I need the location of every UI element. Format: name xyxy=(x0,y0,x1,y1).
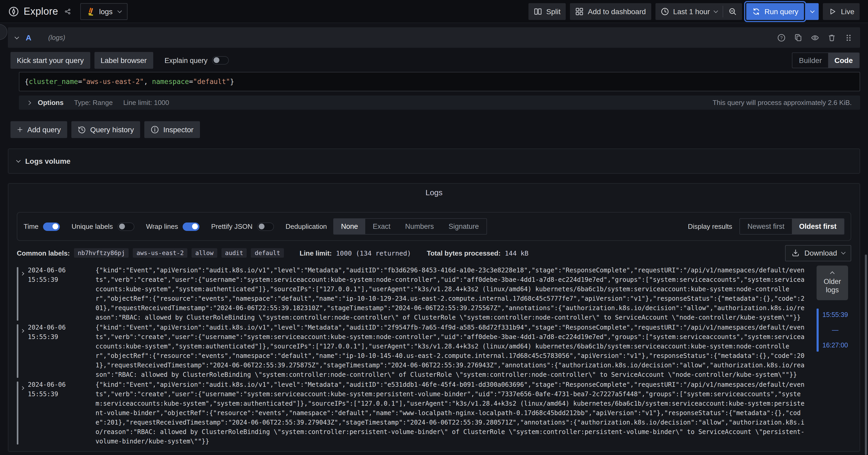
secondary-actions: Add query Query history Inspector xyxy=(8,121,860,138)
split-button[interactable]: Split xyxy=(528,3,566,20)
log-line: son":"RBAC: allowed by ClusterRoleBindin… xyxy=(95,370,811,380)
older-logs-button[interactable]: Older logs xyxy=(816,266,848,300)
wrap-lines-control: Wrap lines xyxy=(146,222,199,231)
live-button[interactable]: Live xyxy=(823,3,860,20)
share-icon[interactable] xyxy=(63,7,72,16)
expand-log-row-icon[interactable] xyxy=(19,380,28,446)
collapse-logs-volume-icon[interactable] xyxy=(16,158,21,163)
svg-text:?: ? xyxy=(780,35,782,40)
unique-labels-label: Unique labels xyxy=(72,222,113,231)
logs-volume-title: Logs volume xyxy=(25,157,70,165)
query-token: "default" xyxy=(193,78,230,86)
deduplication-options: None Exact Numbers Signature xyxy=(333,218,487,235)
add-query-label: Add query xyxy=(27,125,61,134)
builder-mode-option[interactable]: Builder xyxy=(793,53,828,68)
info-circle-icon xyxy=(151,125,159,134)
query-code-editor[interactable]: {cluster_name="aws-us-east-2", namespace… xyxy=(19,72,860,91)
log-line: ccounts:kube-system","system:authenticat… xyxy=(95,342,811,351)
log-line: ts","verb":"create","user":{"username":"… xyxy=(95,389,811,399)
query-token: "aws-us-east-2" xyxy=(82,78,144,86)
code-mode-option[interactable]: Code xyxy=(828,53,859,68)
time-toggle[interactable] xyxy=(43,222,60,231)
query-history-button[interactable]: Query history xyxy=(71,121,141,138)
download-button[interactable]: Download xyxy=(785,245,851,261)
explain-query-toggle[interactable] xyxy=(212,56,229,65)
duplicate-query-icon[interactable] xyxy=(794,33,802,42)
common-labels-label: Common labels: xyxy=(17,249,70,257)
compass-icon xyxy=(8,6,19,17)
log-row: 2024-06-06 15:55:39 {"kind":"Event","api… xyxy=(17,380,811,446)
apps-grid-icon xyxy=(575,7,584,16)
prettify-json-toggle[interactable] xyxy=(257,222,274,231)
collapse-query-icon[interactable] xyxy=(15,35,19,39)
logs-meta-row: Common labels: nb7hvftzy86pj aws-us-east… xyxy=(17,245,851,261)
chevron-right-icon xyxy=(27,100,31,105)
expand-log-row-icon[interactable] xyxy=(19,266,28,322)
editor-mode-toggle: Builder Code xyxy=(792,53,860,68)
unique-labels-toggle[interactable] xyxy=(118,222,134,231)
time-range-picker[interactable]: Last 1 hour xyxy=(655,3,722,20)
query-ref-id: A xyxy=(26,33,31,42)
sort-newest-first[interactable]: Newest first xyxy=(740,219,792,234)
run-query-split-button: Run query xyxy=(746,3,819,20)
run-query-button[interactable]: Run query xyxy=(746,3,804,20)
label-browser-label: Label browser xyxy=(100,56,147,65)
log-line: {"kind":"Event","apiVersion":"audit.k8s.… xyxy=(95,380,811,389)
play-icon xyxy=(828,7,837,16)
add-to-dashboard-button[interactable]: Add to dashboard xyxy=(570,3,651,20)
dedup-option-none[interactable]: None xyxy=(334,219,366,234)
query-token: { xyxy=(25,78,29,86)
wrap-lines-toggle[interactable] xyxy=(183,222,200,231)
chevron-down-icon xyxy=(713,8,718,13)
explore-toolbar: Explore logs Split xyxy=(0,0,868,23)
chevron-down-icon xyxy=(810,8,814,13)
query-options-bar[interactable]: Options Type: Range Line limit: 1000 Thi… xyxy=(19,95,860,110)
remove-query-icon[interactable] xyxy=(828,33,836,42)
dedup-option-exact[interactable]: Exact xyxy=(365,219,398,234)
range-to-time: 16:27:00 xyxy=(823,342,848,349)
log-line: ccounts:kube-system","system:authenticat… xyxy=(95,284,811,294)
time-range-controls: Last 1 hour xyxy=(655,3,742,20)
log-line: o/reason":"RBAC: allowed by ClusterRoleB… xyxy=(95,427,811,437)
drag-handle-icon[interactable] xyxy=(844,33,853,42)
sort-oldest-first[interactable]: Oldest first xyxy=(792,219,844,234)
history-icon xyxy=(78,125,86,134)
datasource-picker[interactable]: logs xyxy=(80,3,127,20)
query-cost-estimate: This query will process approximately 2.… xyxy=(713,99,852,107)
total-bytes-value: 144 kB xyxy=(505,249,528,257)
dedup-option-numbers[interactable]: Numbers xyxy=(398,219,441,234)
explore-page: Explore logs Split xyxy=(0,0,868,455)
query-row-header[interactable]: A (logs) ? xyxy=(8,27,860,48)
expand-log-row-icon[interactable] xyxy=(19,323,28,380)
log-line: ason":"RBAC: allowed by ClusterRoleBindi… xyxy=(95,313,811,322)
live-label: Live xyxy=(841,7,855,16)
scrollbar-thumb[interactable] xyxy=(865,254,867,455)
label-browser-button[interactable]: Label browser xyxy=(94,52,153,69)
kick-start-query-button[interactable]: Kick start your query xyxy=(10,52,90,69)
dedup-option-signature[interactable]: Signature xyxy=(441,219,486,234)
log-timestamp: 2024-06-06 15:55:39 xyxy=(28,266,95,322)
split-label: Split xyxy=(546,7,560,16)
visible-time-range: 15:55:39 — 16:27:00 xyxy=(816,309,848,352)
query-datasource-hint: (logs) xyxy=(48,34,65,41)
hide-response-icon[interactable] xyxy=(811,33,819,42)
run-query-more-button[interactable] xyxy=(805,3,819,20)
log-rows-area: 2024-06-06 15:55:39 {"kind":"Event","api… xyxy=(17,266,851,447)
log-message: {"kind":"Event","apiVersion":"audit.k8s.… xyxy=(95,380,811,446)
sort-order-options: Newest first Oldest first xyxy=(739,218,844,235)
zoom-out-time-button[interactable] xyxy=(723,3,742,20)
add-query-button[interactable]: Add query xyxy=(10,121,67,138)
log-line: nt-volume-binder","objectRef":{"resource… xyxy=(95,408,811,418)
inspector-button[interactable]: Inspector xyxy=(144,121,200,138)
logs-volume-panel[interactable]: Logs volume xyxy=(8,149,860,174)
zoom-out-icon xyxy=(728,7,737,16)
logs-panel-title: Logs xyxy=(17,184,851,197)
time-range-bar[interactable] xyxy=(816,309,819,352)
help-icon[interactable]: ? xyxy=(777,33,785,42)
log-timestamp: 2024-06-06 15:55:39 xyxy=(28,323,95,380)
range-from-time: 15:55:39 xyxy=(823,311,848,318)
time-toggle-label: Time xyxy=(24,222,38,231)
deduplication-label: Deduplication xyxy=(285,222,327,231)
add-to-dashboard-label: Add to dashboard xyxy=(588,7,646,16)
query-editor: A (logs) ? xyxy=(8,27,860,110)
